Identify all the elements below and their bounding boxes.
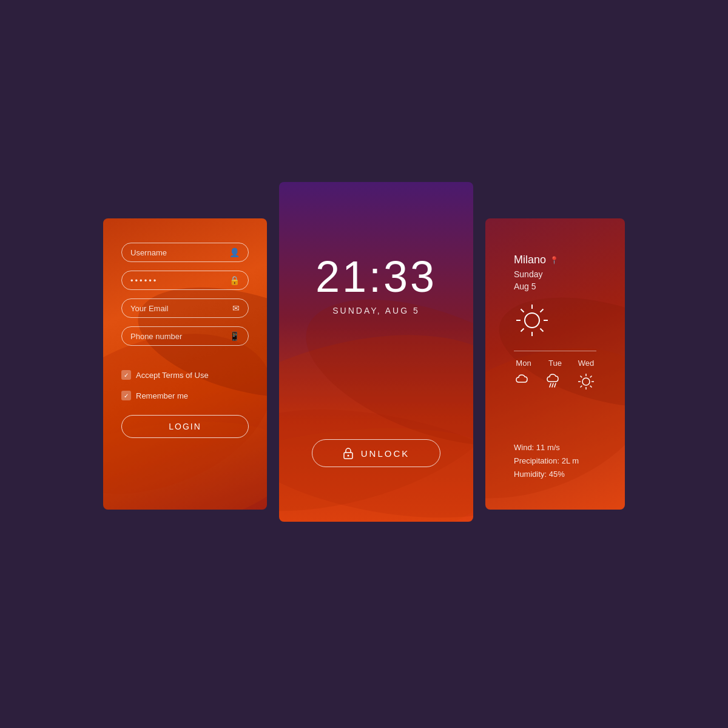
username-field[interactable]: Username 👤 — [121, 243, 249, 262]
svg-line-17 — [541, 329, 544, 332]
login-panel: Username 👤 •••••• 🔒 Your Email ✉ Phone n… — [103, 218, 267, 510]
forecast-row: Mon Tue — [514, 359, 596, 391]
unlock-label: UNLOCK — [361, 448, 410, 459]
svg-line-28 — [581, 376, 582, 378]
unlock-button[interactable]: UNLOCK — [312, 439, 441, 467]
lock-icon — [343, 447, 354, 459]
forecast-tue: Tue — [545, 359, 565, 391]
svg-point-23 — [582, 378, 590, 385]
forecast-mon: Mon — [514, 359, 533, 391]
login-content: Username 👤 •••••• 🔒 Your Email ✉ Phone n… — [103, 218, 267, 456]
login-button[interactable]: LOGIN — [121, 415, 249, 438]
svg-line-19 — [521, 329, 524, 332]
svg-line-29 — [590, 386, 592, 388]
terms-checkbox[interactable]: ✓ — [121, 370, 131, 380]
lock-icon: 🔒 — [229, 275, 240, 285]
location-pin-icon: 📍 — [550, 256, 559, 265]
svg-line-20 — [550, 383, 551, 387]
remember-label: Remember me — [136, 391, 188, 400]
remember-row[interactable]: ✓ Remember me — [121, 391, 249, 400]
mon-label: Mon — [516, 359, 531, 368]
email-field[interactable]: Your Email ✉ — [121, 298, 249, 318]
cloud-icon-mon — [514, 372, 533, 386]
wind-stat: Wind: 11 m/s — [514, 441, 596, 454]
svg-point-8 — [347, 455, 349, 457]
user-icon: 👤 — [229, 248, 240, 257]
lock-content: 21:33 SUNDAY, AUG 5 UNLOCK — [279, 182, 473, 522]
svg-line-22 — [554, 383, 556, 387]
wed-label: Wed — [578, 359, 595, 368]
weather-date: Sunday Aug 5 — [514, 269, 596, 292]
weather-content: Milano 📍 Sunday Aug 5 — [485, 218, 625, 510]
password-field[interactable]: •••••• 🔒 — [121, 271, 249, 290]
weather-stats: Wind: 11 m/s Precipitation: 2L m Humidit… — [514, 441, 596, 481]
sun-icon-large — [514, 302, 596, 339]
phone-label: Phone number — [130, 332, 224, 341]
rain-cloud-icon — [545, 372, 565, 389]
tue-label: Tue — [548, 359, 562, 368]
email-icon: ✉ — [232, 303, 240, 313]
svg-point-11 — [525, 313, 539, 328]
city-row: Milano 📍 — [514, 254, 596, 266]
forecast-wed: Wed — [577, 359, 595, 391]
svg-line-21 — [552, 383, 553, 387]
svg-line-18 — [541, 309, 544, 312]
divider — [514, 351, 596, 351]
remember-checkbox[interactable]: ✓ — [121, 391, 131, 400]
sun-icon-wed — [577, 372, 595, 391]
terms-label: Accept Terms of Use — [136, 371, 209, 380]
svg-line-31 — [581, 386, 582, 388]
email-label: Your Email — [130, 304, 228, 313]
phone-field[interactable]: Phone number 📱 — [121, 326, 249, 346]
date-display: SUNDAY, AUG 5 — [315, 306, 437, 315]
phone-icon: 📱 — [229, 331, 240, 341]
precip-stat: Precipitation: 2L m — [514, 454, 596, 468]
username-label: Username — [130, 248, 224, 257]
humidity-stat: Humidity: 45% — [514, 468, 596, 481]
svg-line-30 — [590, 376, 592, 378]
time-display: 21:33 — [315, 255, 437, 298]
city-name: Milano — [514, 254, 546, 266]
weather-panel: Milano 📍 Sunday Aug 5 — [485, 218, 625, 510]
password-dots: •••••• — [130, 276, 224, 285]
lock-panel: 21:33 SUNDAY, AUG 5 UNLOCK — [279, 182, 473, 522]
svg-line-16 — [521, 309, 524, 312]
panels-container: Username 👤 •••••• 🔒 Your Email ✉ Phone n… — [73, 206, 655, 522]
terms-row[interactable]: ✓ Accept Terms of Use — [121, 370, 249, 380]
